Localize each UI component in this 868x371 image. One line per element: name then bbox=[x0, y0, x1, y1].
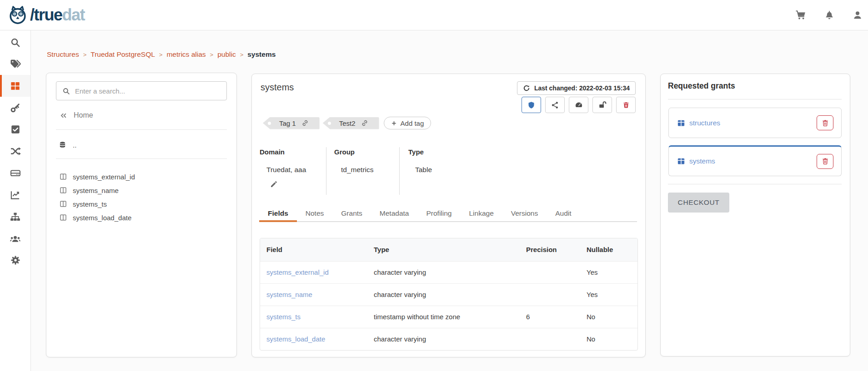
sidebar-item-lineage[interactable] bbox=[0, 140, 30, 162]
field-nullable: Yes bbox=[587, 261, 637, 283]
type-label: Type bbox=[408, 148, 636, 156]
share-button[interactable] bbox=[545, 97, 565, 113]
table-header-row: Field Type Precision Nullable bbox=[260, 238, 637, 261]
sidebar-item-taxonomy[interactable] bbox=[0, 206, 30, 228]
sidebar-item-systems[interactable] bbox=[0, 162, 30, 184]
check-square-icon bbox=[10, 124, 20, 134]
list-item[interactable]: systems_load_date bbox=[60, 211, 227, 224]
unlock-button[interactable] bbox=[592, 97, 612, 113]
sidebar-item-permissions[interactable] bbox=[0, 97, 30, 119]
divider bbox=[56, 129, 227, 130]
field-link[interactable]: systems_ts bbox=[266, 313, 301, 321]
structure-detail-panel: systems Last changed: 2022-02-03 15:34 bbox=[251, 74, 646, 357]
key-icon bbox=[10, 103, 20, 113]
users-icon bbox=[10, 233, 21, 244]
table-icon bbox=[677, 157, 685, 165]
remove-grant-button[interactable] bbox=[817, 115, 833, 130]
side-rail bbox=[0, 30, 31, 371]
last-changed-button[interactable]: Last changed: 2022-02-03 15:34 bbox=[517, 81, 636, 95]
breadcrumb-link[interactable]: metrics alias bbox=[166, 50, 206, 59]
tag-label: Test2 bbox=[339, 119, 356, 127]
parent-folder-row[interactable]: .. bbox=[59, 139, 76, 150]
sidebar-item-structures[interactable] bbox=[0, 75, 30, 97]
tab-profiling[interactable]: Profiling bbox=[417, 207, 460, 222]
tag-chip[interactable]: Test2 bbox=[323, 117, 379, 129]
page: /truedat bbox=[0, 0, 868, 371]
add-tag-label: Add tag bbox=[401, 119, 424, 127]
bell-icon[interactable] bbox=[824, 10, 834, 20]
type-column: Type Table bbox=[399, 147, 636, 195]
tab-grants[interactable]: Grants bbox=[332, 207, 371, 222]
field-link[interactable]: systems_load_date bbox=[266, 335, 325, 343]
chart-line-icon bbox=[10, 190, 20, 200]
grant-link[interactable]: structures bbox=[677, 119, 720, 127]
grant-link[interactable]: systems bbox=[677, 157, 715, 165]
link-icon[interactable] bbox=[301, 119, 309, 127]
home-label: Home bbox=[74, 111, 93, 119]
sidebar-item-tasks[interactable] bbox=[0, 119, 30, 140]
structure-browser-panel: Home .. systems_external_id systems_name… bbox=[46, 73, 237, 357]
field-type: timestamp without time zone bbox=[374, 306, 526, 328]
field-link[interactable]: systems_name bbox=[266, 291, 312, 298]
field-link[interactable]: systems_external_id bbox=[266, 268, 329, 276]
search-input[interactable] bbox=[75, 87, 221, 95]
trash-icon bbox=[822, 119, 829, 127]
add-tag-button[interactable]: Add tag bbox=[384, 117, 431, 129]
trash-icon bbox=[822, 158, 829, 165]
list-item-label: systems_external_id bbox=[73, 173, 135, 181]
owl-logo-icon bbox=[7, 5, 28, 25]
delete-button[interactable] bbox=[616, 97, 636, 113]
cart-icon[interactable] bbox=[795, 10, 806, 20]
checkout-button[interactable]: CHECKOUT bbox=[668, 193, 729, 213]
sidebar-item-search[interactable] bbox=[0, 31, 30, 53]
double-chevron-left-icon bbox=[60, 112, 67, 119]
truedat-logo[interactable]: /truedat bbox=[7, 5, 85, 25]
tag-chip[interactable]: Tag 1 bbox=[263, 117, 320, 129]
field-type: character varying bbox=[374, 328, 526, 350]
tab-fields[interactable]: Fields bbox=[259, 207, 297, 222]
home-nav[interactable]: Home bbox=[60, 111, 93, 119]
edit-domain-button[interactable] bbox=[270, 181, 277, 190]
gear-icon bbox=[10, 255, 20, 265]
tab-linkage[interactable]: Linkage bbox=[460, 207, 502, 222]
sidebar-item-settings[interactable] bbox=[0, 249, 30, 271]
link-icon[interactable] bbox=[361, 119, 368, 127]
tab-audit[interactable]: Audit bbox=[547, 207, 580, 222]
breadcrumb-current: systems bbox=[247, 50, 276, 59]
grant-item: systems bbox=[668, 145, 842, 176]
sidebar-item-tags[interactable] bbox=[0, 53, 30, 75]
columns-icon bbox=[60, 173, 67, 180]
detail-tabs: Fields Notes Grants Metadata Profiling L… bbox=[259, 207, 637, 222]
tab-metadata[interactable]: Metadata bbox=[371, 207, 418, 222]
grant-label: structures bbox=[689, 119, 720, 127]
field-precision: 6 bbox=[526, 306, 587, 328]
breadcrumb-link[interactable]: Truedat PostgreSQL bbox=[90, 50, 155, 59]
breadcrumb-link[interactable]: public bbox=[217, 50, 236, 59]
profile-button[interactable] bbox=[569, 97, 588, 113]
table-row: systems_load_date character varying No bbox=[260, 328, 637, 350]
table-row: systems_ts timestamp without time zone 6… bbox=[260, 306, 637, 328]
tags-row: Tag 1 Test2 Add tag bbox=[263, 117, 431, 129]
group-column: Group td_metrics bbox=[326, 147, 399, 195]
sitemap-icon bbox=[10, 212, 20, 222]
field-type: character varying bbox=[374, 261, 526, 283]
table-icon bbox=[677, 119, 685, 127]
table-row: systems_external_id character varying Ye… bbox=[260, 261, 637, 283]
tab-versions[interactable]: Versions bbox=[502, 207, 547, 222]
tab-notes[interactable]: Notes bbox=[297, 207, 333, 222]
remove-grant-button[interactable] bbox=[817, 154, 833, 169]
breadcrumb-link[interactable]: Structures bbox=[47, 50, 79, 59]
top-icons bbox=[795, 10, 863, 20]
list-item-label: systems_ts bbox=[73, 200, 107, 208]
list-item[interactable]: systems_ts bbox=[60, 197, 227, 211]
protect-button[interactable] bbox=[522, 97, 541, 113]
sidebar-item-users[interactable] bbox=[0, 228, 30, 249]
column-header-type: Type bbox=[374, 238, 526, 261]
action-buttons bbox=[522, 97, 636, 113]
list-item[interactable]: systems_name bbox=[60, 183, 227, 197]
list-item[interactable]: systems_external_id bbox=[60, 170, 227, 183]
grant-item: structures bbox=[668, 108, 842, 138]
requested-grants-panel: Requested grants structures systems CHEC… bbox=[660, 74, 850, 356]
sidebar-item-dashboards[interactable] bbox=[0, 184, 30, 206]
user-icon[interactable] bbox=[853, 10, 863, 20]
